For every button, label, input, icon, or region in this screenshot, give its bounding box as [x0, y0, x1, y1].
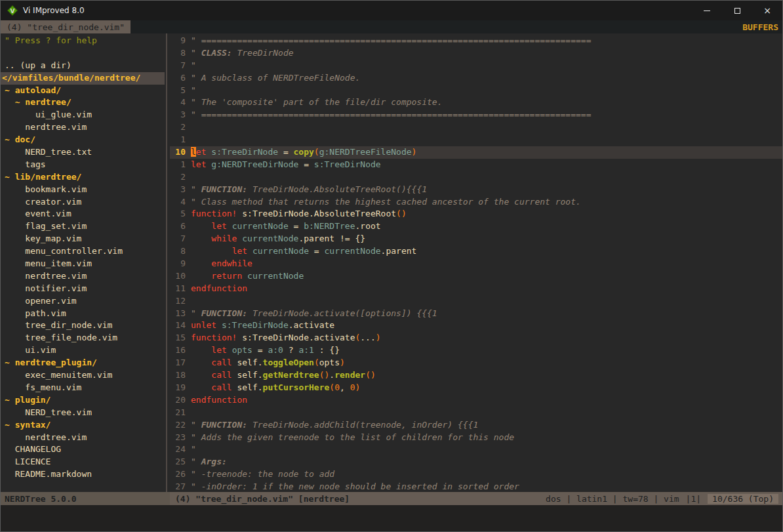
code-line[interactable]: 26" -treenode: the node to add [170, 468, 782, 481]
command-line[interactable] [1, 505, 782, 531]
maximize-button[interactable] [722, 1, 752, 20]
code-text: " FUNCTION: TreeDirNode.addChild(treenod… [186, 419, 478, 432]
tree-file-item[interactable]: tags [1, 159, 165, 171]
code-line[interactable]: 21 [170, 407, 782, 419]
tree-file-item[interactable]: notifier.vim [1, 283, 165, 295]
tree-file-item[interactable]: bookmark.vim [1, 184, 165, 196]
code-line[interactable]: 14unlet s:TreeDirNode.activate [170, 319, 782, 332]
code-line[interactable]: 10 return currentNode [170, 270, 782, 283]
tree-file-item[interactable]: tree_file_node.vim [1, 332, 165, 344]
code-line[interactable]: 7 while currentNode.parent != {} [170, 233, 782, 245]
code-line[interactable]: 15function! s:TreeDirNode.activate(...) [170, 332, 782, 344]
code-line-cursor[interactable]: 10let s:TreeDirNode = copy(g:NERDTreeFil… [170, 146, 782, 159]
tree-file-item[interactable]: exec_menuitem.vim [1, 369, 165, 382]
code-line[interactable]: 8" CLASS: TreeDirNode [170, 47, 782, 60]
code-line[interactable]: 9" =====================================… [170, 35, 782, 47]
line-number: 27 [170, 481, 186, 492]
code-line[interactable]: 4" The 'composite' part of the file/dir … [170, 96, 782, 109]
tree-directory-item[interactable]: ~ lib/nerdtree/ [1, 171, 165, 184]
tree-file-item[interactable]: ui.vim [1, 344, 165, 357]
code-line[interactable]: 11endfunction [170, 283, 782, 295]
minimize-button[interactable] [692, 1, 722, 20]
code-text: function! s:TreeDirNode.activate(...) [186, 332, 381, 344]
tree-file-item[interactable]: README.markdown [1, 468, 165, 481]
tree-directory-item[interactable]: ~ syntax/ [1, 419, 165, 432]
tree-file-item[interactable]: nerdtree.vim [1, 121, 165, 134]
code-line[interactable]: 1let g:NERDTreeDirNode = s:TreeDirNode [170, 159, 782, 171]
code-line[interactable]: 16 let opts = a:0 ? a:1 : {} [170, 344, 782, 357]
code-line[interactable]: 8 let currentNode = currentNode.parent [170, 245, 782, 258]
tab-tree-dir-node[interactable]: (4) "tree_dir_node.vim" [1, 20, 130, 33]
line-number: 2 [170, 121, 186, 134]
close-icon: × [763, 6, 771, 15]
code-text: function! s:TreeDirNode.AbsoluteTreeRoot… [186, 208, 407, 220]
tree-directory-item[interactable]: ~ nerdtree_plugin/ [1, 357, 165, 369]
tree-file-item[interactable]: key_map.vim [1, 233, 165, 245]
code-text: " FUNCTION: TreeDirNode.AbsoluteTreeRoot… [186, 184, 427, 196]
vertical-split-handle[interactable] [165, 33, 170, 492]
code-line[interactable]: 13" FUNCTION: TreeDirNode.activate([opti… [170, 308, 782, 320]
tree-file-item[interactable]: NERD_tree.txt [1, 146, 165, 159]
tree-file-item[interactable]: NERD_tree.vim [1, 407, 165, 419]
main-area: " Press ? for help.. (up a dir)</vimfile… [1, 33, 782, 492]
code-text: " ======================================… [186, 109, 591, 121]
code-line[interactable]: 18 call self.getNerdtree().render() [170, 369, 782, 382]
code-line[interactable]: 3" =====================================… [170, 109, 782, 121]
tree-file-item[interactable]: opener.vim [1, 295, 165, 308]
code-line[interactable]: 20endfunction [170, 394, 782, 407]
line-number: 5 [170, 208, 186, 220]
buffers-label: BUFFERS [738, 20, 782, 33]
statusline-right-group: dos | latin1 | tw=78 | vim |1| 10/636 (T… [546, 494, 778, 504]
tree-file-item[interactable]: nerdtree.vim [1, 270, 165, 283]
code-line[interactable]: 17 call self.toggleOpen(opts) [170, 357, 782, 369]
tree-file-item[interactable]: path.vim [1, 308, 165, 320]
code-text: return currentNode [186, 270, 304, 283]
code-line[interactable]: 3" FUNCTION: TreeDirNode.AbsoluteTreeRoo… [170, 184, 782, 196]
code-line[interactable]: 24" [170, 443, 782, 456]
code-line[interactable]: 27" -inOrder: 1 if the new node should b… [170, 481, 782, 492]
tree-file-item[interactable]: ui_glue.vim [1, 109, 165, 121]
tree-file-item[interactable]: CHANGELOG [1, 443, 165, 456]
tree-file-item[interactable]: LICENCE [1, 456, 165, 468]
tree-directory-item[interactable]: ~ plugin/ [1, 394, 165, 407]
code-line[interactable]: 2 [170, 121, 782, 134]
tree-file-item[interactable]: tree_dir_node.vim [1, 319, 165, 332]
code-line[interactable]: 19 call self.putCursorHere(0, 0) [170, 382, 782, 394]
tree-file-item[interactable]: nerdtree.vim [1, 432, 165, 444]
tree-file-item[interactable]: menu_item.vim [1, 258, 165, 270]
tree-file-item[interactable]: event.vim [1, 208, 165, 220]
code-line[interactable]: 6 let currentNode = b:NERDTree.root [170, 220, 782, 233]
line-number: 8 [170, 47, 186, 60]
code-text: endwhile [186, 258, 252, 270]
code-line[interactable]: 7" [170, 60, 782, 72]
tree-root-item[interactable]: </vimfiles/bundle/nerdtree/ [1, 72, 165, 85]
code-text [186, 134, 191, 146]
close-button[interactable]: × [752, 1, 782, 20]
tree-directory-item[interactable]: ~ autoload/ [1, 85, 165, 97]
tree-file-item[interactable]: flag_set.vim [1, 220, 165, 233]
editor-panel[interactable]: 9" =====================================… [170, 33, 782, 492]
code-line[interactable]: 22" FUNCTION: TreeDirNode.addChild(treen… [170, 419, 782, 432]
minimize-icon [704, 10, 710, 11]
code-text: " [186, 443, 196, 456]
line-number: 10 [170, 270, 186, 283]
line-number: 9 [170, 35, 186, 47]
window-controls: × [692, 1, 782, 20]
code-line[interactable]: 6" A subclass of NERDTreeFileNode. [170, 72, 782, 85]
tree-file-item[interactable]: creator.vim [1, 196, 165, 209]
code-line[interactable]: 4" Class method that returns the highest… [170, 196, 782, 209]
code-line[interactable]: 5function! s:TreeDirNode.AbsoluteTreeRoo… [170, 208, 782, 220]
tree-file-item[interactable]: fs_menu.vim [1, 382, 165, 394]
code-line[interactable]: 5" [170, 85, 782, 97]
maximize-icon [734, 8, 740, 14]
tree-directory-item[interactable]: ~ nerdtree/ [1, 96, 165, 109]
code-line[interactable]: 12 [170, 295, 782, 308]
tree-directory-item[interactable]: ~ doc/ [1, 134, 165, 146]
code-line[interactable]: 1 [170, 134, 782, 146]
code-line[interactable]: 23" Adds the given treenode to the list … [170, 432, 782, 444]
code-line[interactable]: 25" Args: [170, 456, 782, 468]
tree-file-item[interactable]: menu_controller.vim [1, 245, 165, 258]
tree-up-dir-item[interactable]: .. (up a dir) [1, 60, 165, 72]
code-line[interactable]: 2 [170, 171, 782, 184]
code-line[interactable]: 9 endwhile [170, 258, 782, 270]
